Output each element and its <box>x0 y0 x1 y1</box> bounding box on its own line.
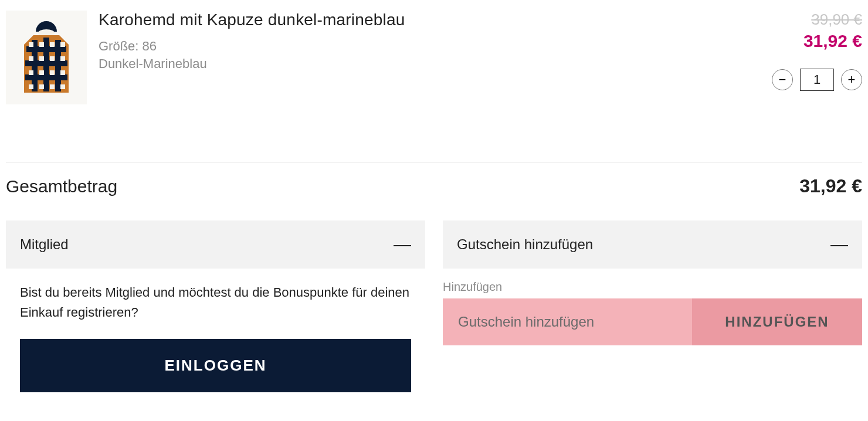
member-text: Bist du bereits Mitglied und möchtest du… <box>20 283 411 322</box>
svg-rect-7 <box>29 42 33 47</box>
login-button[interactable]: EINLOGGEN <box>20 339 411 392</box>
product-size: Größe: 86 <box>99 38 721 55</box>
svg-rect-14 <box>60 56 65 61</box>
svg-rect-18 <box>60 70 65 75</box>
voucher-title: Gutschein hinzufügen <box>457 236 593 253</box>
member-panel-body: Bist du bereits Mitglied und möchtest du… <box>6 269 425 392</box>
product-color: Dunkel-Marineblau <box>99 55 721 73</box>
sale-price: 31,92 € <box>733 31 862 51</box>
qty-minus-button[interactable]: − <box>772 69 793 90</box>
svg-rect-22 <box>60 84 65 89</box>
svg-rect-12 <box>39 56 44 61</box>
voucher-input[interactable] <box>443 298 692 345</box>
svg-rect-15 <box>29 70 33 75</box>
old-price: 39,90 € <box>733 11 862 29</box>
price-block: 39,90 € 31,92 € − 1 + <box>733 11 862 91</box>
voucher-panel-body: Hinzufügen HINZUFÜGEN <box>443 269 862 345</box>
cart-line-item: Karohemd mit Kapuze dunkel-marineblau Gr… <box>6 11 862 104</box>
svg-rect-11 <box>29 56 33 61</box>
plus-icon: + <box>848 73 856 86</box>
voucher-row: HINZUFÜGEN <box>443 298 862 345</box>
svg-rect-9 <box>50 42 55 47</box>
total-row: Gesamtbetrag 31,92 € <box>6 175 862 197</box>
hooded-shirt-icon <box>11 16 82 99</box>
svg-rect-17 <box>50 70 55 75</box>
minus-icon: − <box>779 73 786 86</box>
total-value: 31,92 € <box>799 175 862 197</box>
svg-rect-21 <box>50 84 55 89</box>
svg-rect-8 <box>39 42 44 47</box>
voucher-add-button[interactable]: HINZUFÜGEN <box>692 298 862 345</box>
member-panel: Mitglied — Bist du bereits Mitglied und … <box>6 220 425 392</box>
svg-rect-13 <box>50 56 55 61</box>
product-title: Karohemd mit Kapuze dunkel-marineblau <box>99 11 721 29</box>
collapse-icon: — <box>830 235 848 254</box>
svg-rect-20 <box>39 84 44 89</box>
qty-value[interactable]: 1 <box>800 69 834 91</box>
divider <box>6 162 862 162</box>
total-label: Gesamtbetrag <box>6 176 117 196</box>
voucher-panel-head[interactable]: Gutschein hinzufügen — <box>443 220 862 269</box>
member-title: Mitglied <box>20 236 69 253</box>
member-panel-head[interactable]: Mitglied — <box>6 220 425 269</box>
product-info: Karohemd mit Kapuze dunkel-marineblau Gr… <box>99 11 721 72</box>
voucher-panel: Gutschein hinzufügen — Hinzufügen HINZUF… <box>443 220 862 392</box>
qty-plus-button[interactable]: + <box>841 69 862 90</box>
quantity-stepper: − 1 + <box>733 69 862 91</box>
svg-rect-19 <box>29 84 33 89</box>
collapse-icon: — <box>394 235 411 254</box>
svg-rect-10 <box>60 42 65 47</box>
product-thumbnail <box>6 11 87 104</box>
svg-rect-16 <box>39 70 44 75</box>
voucher-hint: Hinzufügen <box>443 280 862 294</box>
